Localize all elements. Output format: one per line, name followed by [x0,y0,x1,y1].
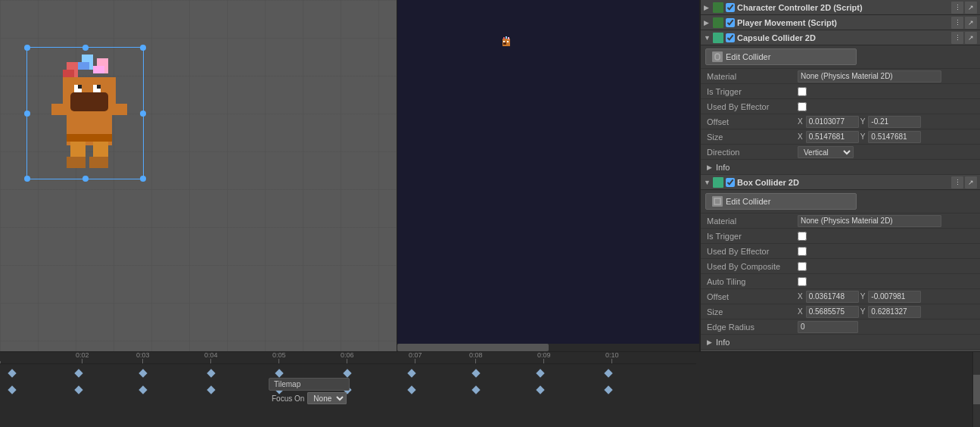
box-offset-x-input[interactable] [806,291,859,303]
box-size-x-input[interactable] [806,306,859,318]
box-composite-checkbox[interactable] [798,262,807,271]
diamond-1-1[interactable] [8,369,16,377]
diamond-2-8[interactable] [471,385,480,394]
diamond-1-7[interactable] [407,369,415,377]
diamond-1-5[interactable] [275,369,283,377]
focus-on-dropdown[interactable]: None [307,392,347,404]
capsule-trigger-row: Is Trigger [701,84,980,99]
handle-ml[interactable] [24,111,30,117]
component-box-collider[interactable]: ▼ Box Collider 2D ⋮ ↗ [701,175,980,190]
capsule-size-x-input[interactable] [806,131,859,143]
box-size-y-input[interactable] [868,306,921,318]
main-layout: ▶ Character Controller 2D (Script) ⋮ ↗ ▶… [0,0,980,351]
svg-rect-24 [503,42,506,45]
expand-box-icon: ▼ [704,179,711,186]
diamond-1-6[interactable] [343,369,351,377]
box-trigger-checkbox[interactable] [798,232,807,241]
cap-settings-btn[interactable]: ⋮ [951,32,963,44]
svg-rect-19 [67,134,112,142]
capsule-size-y-input[interactable] [868,131,921,143]
diamond-2-4[interactable] [207,385,215,394]
cc-lock-btn[interactable]: ↗ [965,2,977,14]
handle-bl[interactable] [24,176,30,182]
component-pm-checkbox[interactable] [726,18,735,27]
game-scrollbar-thumb[interactable] [397,344,549,351]
capsule-size-y-label: Y [860,132,866,141]
component-cc-actions: ⋮ ↗ [951,2,977,14]
handle-tr[interactable] [140,45,146,51]
capsule-offset-x-input[interactable] [806,116,859,128]
box-edit-collider-btn[interactable]: Edit Collider [705,193,857,210]
capsule-effector-checkbox[interactable] [798,102,807,111]
expand-icon: ▶ [704,4,711,11]
timeline-vertical-scrollbar[interactable] [972,352,980,427]
svg-rect-25 [503,41,505,42]
pm-settings-btn[interactable]: ⋮ [951,17,963,29]
capsule-size-x-label: X [798,132,803,141]
component-capsule-collider[interactable]: ▼ Capsule Collider 2D ⋮ ↗ [701,30,980,45]
box-offset-y-input[interactable] [868,291,921,303]
box-composite-row: Used By Composite [701,259,980,274]
diamond-1-9[interactable] [536,369,544,377]
svg-rect-6 [97,85,101,89]
diamond-1-3[interactable] [138,369,147,377]
box-edgeradius-input[interactable] [798,321,858,333]
svg-rect-10 [63,70,74,77]
handle-bm[interactable] [82,176,89,182]
capsule-material-input[interactable] [798,70,941,83]
box-trigger-row: Is Trigger [701,229,980,244]
handle-tl[interactable] [24,45,30,51]
ruler-02: 0:02 [76,352,89,363]
diamond-1-10[interactable] [604,369,612,377]
box-effector-checkbox[interactable] [798,247,807,256]
game-horizontal-scrollbar[interactable] [397,344,699,351]
diamond-2-3[interactable] [138,385,147,394]
handle-tm[interactable] [82,45,89,51]
diamond-2-2[interactable] [74,385,82,394]
focus-on-label: Focus On [272,394,304,403]
box-lock-btn[interactable]: ↗ [965,176,977,189]
box-offset-x-label: X [798,292,803,301]
scene-panel [0,0,397,351]
pm-lock-btn[interactable]: ↗ [965,17,977,29]
timeline-scrollbar-thumb[interactable] [973,375,980,405]
tilemap-label-container: Tilemap Focus On None [269,378,350,406]
box-info-row[interactable]: ▶ Info [701,335,980,350]
diamond-2-1[interactable] [8,385,16,394]
diamond-1-8[interactable] [471,369,480,377]
component-cc-checkbox[interactable] [726,3,735,12]
scene-canvas[interactable] [0,0,397,351]
svg-rect-21 [503,37,505,39]
box-autotiling-row: Auto Tiling [701,274,980,289]
diamond-1-2[interactable] [74,369,82,377]
ruler-03: 0:03 [136,352,150,363]
diamond-2-7[interactable] [407,385,415,394]
capsule-edit-collider-btn[interactable]: Edit Collider [705,48,857,65]
component-box-checkbox[interactable] [726,178,735,187]
diamond-1-4[interactable] [207,369,215,377]
capsule-offset-y-input[interactable] [868,116,921,128]
box-trigger-label: Is Trigger [707,232,798,241]
component-pm-actions: ⋮ ↗ [951,17,977,29]
component-player-movement[interactable]: ▶ Player Movement (Script) ⋮ ↗ [701,15,980,30]
box-settings-btn[interactable]: ⋮ [951,176,963,189]
handle-br[interactable] [140,176,146,182]
capsule-offset-y-label: Y [860,117,866,126]
box-size-x-label: X [798,307,803,316]
box-edgeradius-label: Edge Radius [707,323,798,332]
box-autotiling-checkbox[interactable] [798,277,807,286]
capsule-direction-select[interactable]: Vertical Horizontal [798,146,854,158]
component-box-actions: ⋮ ↗ [951,176,977,189]
diamond-2-9[interactable] [536,385,544,394]
timeline-left: 0:02 0:03 0:04 0:05 0:06 [0,352,696,427]
box-offset-label: Offset [707,292,798,301]
capsule-info-row[interactable]: ▶ Info [701,160,980,175]
cc-settings-btn[interactable]: ⋮ [951,2,963,14]
capsule-trigger-checkbox[interactable] [798,87,807,96]
diamond-2-10[interactable] [604,385,612,394]
component-cap-checkbox[interactable] [726,33,735,42]
game-panel[interactable] [397,0,700,351]
box-material-input[interactable] [798,215,941,227]
cap-lock-btn[interactable]: ↗ [965,32,977,44]
component-char-controller[interactable]: ▶ Character Controller 2D (Script) ⋮ ↗ [701,0,980,15]
